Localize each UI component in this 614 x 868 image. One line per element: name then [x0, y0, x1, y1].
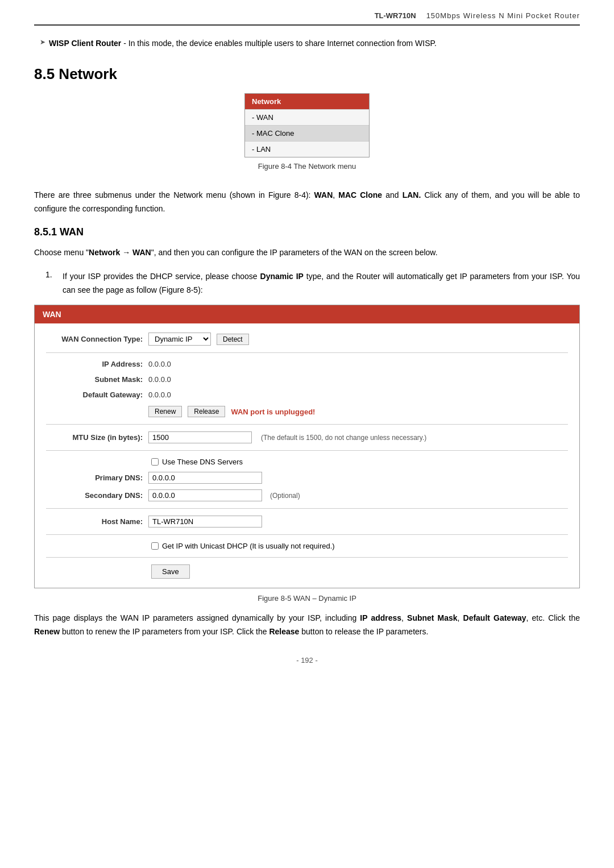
host-name-row: Host Name:	[46, 516, 568, 528]
divider-5	[46, 534, 568, 535]
subnet-mask-value: 0.0.0.0	[148, 375, 171, 384]
network-menu-header: Network	[245, 94, 369, 109]
network-menu-item-lan[interactable]: - LAN	[245, 141, 369, 157]
item-text-1: If your ISP provides the DHCP service, p…	[63, 270, 580, 297]
page-container: TL-WR710N 150Mbps Wireless N Mini Pocket…	[0, 0, 614, 868]
secondary-dns-input[interactable]	[148, 489, 262, 501]
ip-address-row: IP Address: 0.0.0.0	[46, 360, 568, 368]
bullet-arrow: ➤	[40, 38, 45, 46]
section-title: 8.5 Network	[34, 65, 580, 83]
unicast-checkbox-row: Get IP with Unicast DHCP (It is usually …	[46, 542, 568, 550]
detect-button[interactable]: Detect	[217, 334, 249, 345]
save-row: Save	[46, 564, 568, 579]
mtu-label: MTU Size (in bytes):	[46, 433, 143, 442]
connection-type-label: WAN Connection Type:	[46, 335, 143, 343]
footer-text: This page displays the WAN IP parameters…	[34, 612, 580, 639]
unicast-checkbox[interactable]	[151, 542, 159, 550]
wisp-bold: WISP Client Router	[49, 39, 121, 48]
default-gateway-value: 0.0.0.0	[148, 391, 171, 399]
network-menu-item-macclone[interactable]: - MAC Clone	[245, 125, 369, 141]
primary-dns-input[interactable]	[148, 472, 262, 484]
wisp-rest: - In this mode, the device enables multi…	[121, 39, 437, 48]
wan-box-header: WAN	[35, 305, 579, 323]
unicast-checkbox-label: Get IP with Unicast DHCP (It is usually …	[162, 542, 335, 550]
save-button[interactable]: Save	[151, 564, 190, 579]
renew-button[interactable]: Renew	[148, 406, 182, 417]
optional-label: (Optional)	[270, 492, 300, 500]
divider-1	[46, 352, 568, 353]
page-number: - 192 -	[34, 656, 580, 665]
connection-type-row: WAN Connection Type: Dynamic IP Detect	[46, 333, 568, 346]
wan-box: WAN WAN Connection Type: Dynamic IP Dete…	[34, 305, 580, 588]
renew-release-row: Renew Release WAN port is unplugged!	[46, 406, 568, 417]
wisp-bullet: ➤ WISP Client Router - In this mode, the…	[40, 37, 580, 49]
primary-dns-row: Primary DNS:	[46, 472, 568, 484]
dns-checkbox-label: Use These DNS Servers	[162, 458, 243, 466]
wisp-text: WISP Client Router - In this mode, the d…	[49, 37, 437, 49]
header-subtitle: 150Mbps Wireless N Mini Pocket Router	[426, 11, 580, 20]
mtu-row: MTU Size (in bytes): (The default is 150…	[46, 431, 568, 443]
ip-address-value: 0.0.0.0	[148, 360, 171, 368]
network-menu-box: Network - WAN - MAC Clone - LAN	[244, 93, 370, 157]
host-name-label: Host Name:	[46, 517, 143, 526]
mtu-note: (The default is 1500, do not change unle…	[261, 434, 426, 442]
wan-status: WAN port is unplugged!	[231, 408, 315, 416]
default-gateway-row: Default Gateway: 0.0.0.0	[46, 391, 568, 399]
default-gateway-label: Default Gateway:	[46, 391, 143, 399]
connection-type-select[interactable]: Dynamic IP	[148, 333, 211, 346]
wisp-section: ➤ WISP Client Router - In this mode, the…	[34, 37, 580, 49]
figure-4-caption: Figure 8-4 The Network menu	[258, 162, 356, 171]
divider-4	[46, 508, 568, 509]
network-menu-figure: Network - WAN - MAC Clone - LAN Figure 8…	[34, 93, 580, 181]
choose-menu-text: Choose menu "Network → WAN", and then yo…	[34, 246, 580, 260]
host-name-input[interactable]	[148, 516, 262, 528]
secondary-dns-label: Secondary DNS:	[46, 491, 143, 500]
release-button[interactable]: Release	[188, 406, 225, 417]
model-name: TL-WR710N	[375, 11, 416, 20]
divider-2	[46, 424, 568, 425]
primary-dns-label: Primary DNS:	[46, 474, 143, 482]
ip-address-label: IP Address:	[46, 360, 143, 368]
subsection-title-wan: 8.5.1 WAN	[34, 226, 580, 238]
wan-box-body: WAN Connection Type: Dynamic IP Detect I…	[35, 323, 579, 588]
divider-6	[46, 557, 568, 558]
dns-checkbox[interactable]	[151, 458, 159, 466]
item-number-1: 1.	[45, 270, 57, 297]
mtu-input[interactable]	[148, 431, 252, 443]
divider-3	[46, 450, 568, 451]
header-bar: TL-WR710N 150Mbps Wireless N Mini Pocket…	[34, 11, 580, 26]
subnet-mask-row: Subnet Mask: 0.0.0.0	[46, 375, 568, 384]
body-text-1: There are three submenus under the Netwo…	[34, 189, 580, 216]
dns-checkbox-row: Use These DNS Servers	[46, 458, 568, 466]
numbered-item-1: 1. If your ISP provides the DHCP service…	[34, 270, 580, 297]
figure-5-caption: Figure 8-5 WAN – Dynamic IP	[34, 594, 580, 603]
network-menu-item-wan[interactable]: - WAN	[245, 109, 369, 125]
secondary-dns-row: Secondary DNS: (Optional)	[46, 489, 568, 501]
subnet-mask-label: Subnet Mask:	[46, 375, 143, 384]
